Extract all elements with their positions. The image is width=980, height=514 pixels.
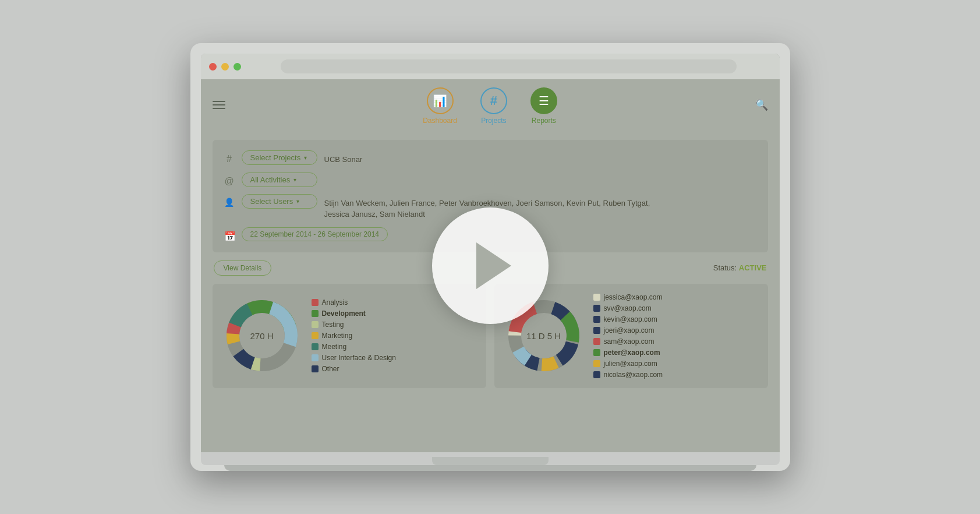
- users-filter-icon: 👤: [224, 198, 235, 207]
- chevron-down-icon: ▾: [293, 177, 296, 183]
- play-icon: [476, 242, 511, 289]
- view-details-button[interactable]: View Details: [214, 260, 272, 276]
- project-filter-row: # Select Projects ▾ UCB Sonar: [224, 150, 756, 166]
- activity-dropdown[interactable]: All Activities ▾: [242, 172, 317, 187]
- dashboard-label: Dashboard: [423, 117, 457, 125]
- browser-chrome: [201, 54, 780, 79]
- legend-item: jessica@xaop.com: [593, 293, 663, 301]
- status-display: Status: ACTIVE: [713, 263, 767, 272]
- legend-item: svv@xaop.com: [593, 304, 663, 312]
- legend-item: Testing: [312, 321, 396, 329]
- laptop-base: [201, 452, 780, 465]
- activity-filter-icon: @: [224, 176, 235, 186]
- projects-label: Projects: [481, 117, 506, 125]
- laptop-notch: [432, 457, 549, 465]
- traffic-light-green[interactable]: [233, 63, 241, 71]
- nav-item-dashboard[interactable]: 📊 Dashboard: [423, 87, 457, 125]
- hours-donut-chart: 270 H: [224, 298, 300, 374]
- laptop-screen: 📊 Dashboard # Projects ☰ Reports 🔍: [201, 54, 780, 452]
- project-value: UCB Sonar: [324, 154, 363, 166]
- calendar-icon: 📅: [224, 231, 235, 242]
- project-dropdown[interactable]: Select Projects ▾: [242, 150, 317, 165]
- date-range-badge[interactable]: 22 September 2014 - 26 September 2014: [242, 227, 388, 241]
- project-filter-icon: #: [224, 154, 235, 164]
- legend-item: kevin@xaop.com: [593, 315, 663, 323]
- legend-item: Analysis: [312, 298, 396, 307]
- chevron-down-icon: ▾: [296, 198, 299, 205]
- legend-item: Marketing: [312, 332, 396, 340]
- reports-label: Reports: [532, 117, 556, 125]
- legend-item: Other: [312, 365, 396, 373]
- legend-item: User Interface & Design: [312, 354, 396, 362]
- url-bar: [281, 59, 737, 73]
- days-legend: jessica@xaop.comsvv@xaop.comkevin@xaop.c…: [593, 293, 663, 379]
- legend-item: Meeting: [312, 343, 396, 351]
- legend-item: peter@xaop.com: [593, 348, 663, 357]
- users-dropdown[interactable]: Select Users ▾: [242, 194, 317, 209]
- traffic-light-red[interactable]: [209, 63, 217, 71]
- hours-center-label: 270 H: [250, 331, 273, 341]
- legend-item: julien@xaop.com: [593, 360, 663, 368]
- reports-icon-circle: ☰: [530, 87, 557, 114]
- legend-item: sam@xaop.com: [593, 337, 663, 346]
- nav-item-reports[interactable]: ☰ Reports: [530, 87, 557, 125]
- days-center-label: 11 D 5 H: [526, 331, 561, 341]
- nav-items: 📊 Dashboard # Projects ☰ Reports: [423, 87, 557, 125]
- legend-item: Development: [312, 309, 396, 318]
- hours-legend: AnalysisDevelopmentTestingMarketingMeeti…: [312, 298, 396, 373]
- chevron-down-icon: ▾: [304, 154, 307, 161]
- activities-filter-row: @ All Activities ▾: [224, 172, 756, 187]
- top-nav: 📊 Dashboard # Projects ☰ Reports 🔍: [201, 79, 780, 131]
- video-play-overlay[interactable]: [432, 207, 549, 324]
- nav-item-projects[interactable]: # Projects: [480, 87, 507, 125]
- projects-icon-circle: #: [480, 87, 507, 114]
- hamburger-menu[interactable]: [213, 101, 225, 109]
- traffic-light-yellow[interactable]: [221, 63, 229, 71]
- laptop-foot: [224, 465, 756, 471]
- laptop-frame: 📊 Dashboard # Projects ☰ Reports 🔍: [190, 43, 790, 471]
- app-area: 📊 Dashboard # Projects ☰ Reports 🔍: [201, 79, 780, 452]
- legend-item: nicolas@xaop.com: [593, 371, 663, 379]
- search-icon[interactable]: 🔍: [755, 98, 768, 111]
- legend-item: joeri@xaop.com: [593, 326, 663, 335]
- dashboard-icon-circle: 📊: [427, 87, 454, 114]
- status-badge: ACTIVE: [739, 263, 767, 272]
